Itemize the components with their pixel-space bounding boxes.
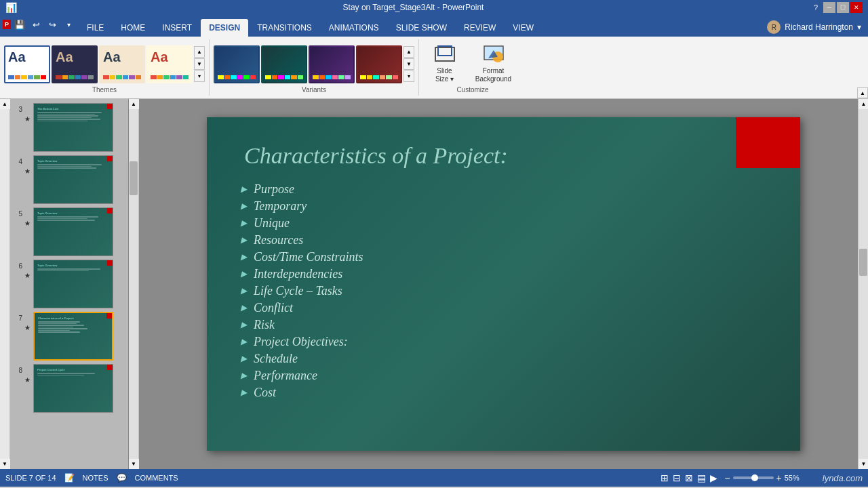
theme-3[interactable]: Aa [99, 45, 145, 83]
slide-item-4[interactable]: 4 ★ Topic Overview [13, 155, 125, 204]
panel-scroll-up[interactable]: ▲ [0, 99, 10, 109]
right-scroll-down[interactable]: ▼ [859, 459, 868, 469]
variant-2[interactable] [261, 45, 307, 83]
help-btn[interactable]: ? [810, 2, 822, 13]
themes-group: Aa Aa [0, 39, 210, 96]
left-panel-scrollbar: ▲ ▼ [0, 99, 10, 469]
title-bar-left: 📊 [5, 2, 17, 13]
tab-animations[interactable]: ANIMATIONS [321, 19, 387, 37]
tab-review[interactable]: REVIEW [456, 19, 504, 37]
bullet-arrow-10: ▶ [241, 337, 247, 347]
slide-thumb-8[interactable]: Project Control Cycle [33, 364, 113, 413]
bullet-arrow-13: ▶ [241, 388, 247, 398]
theme-scroll-down[interactable]: ▼ [194, 58, 205, 70]
bullet-temporary: ▶ Temporary [241, 199, 763, 214]
comments-button[interactable]: COMMENTS [135, 474, 178, 482]
customize-qa-button[interactable]: ▾ [61, 17, 76, 32]
panel-scroll-down[interactable]: ▼ [0, 459, 10, 469]
slide-size-label: SlideSize ▾ [435, 67, 454, 83]
variant-1[interactable] [214, 45, 260, 83]
themes-label: Themes [4, 86, 205, 96]
bullet-conflict: ▶ Conflict [241, 301, 763, 315]
ppt-logo: P [3, 20, 11, 29]
variant-4[interactable] [356, 45, 402, 83]
notes-icon: 📝 [64, 473, 75, 483]
center-scroll-down[interactable]: ▼ [129, 459, 139, 469]
theme-2[interactable]: Aa [52, 45, 98, 83]
zoom-slider[interactable] [733, 476, 774, 479]
slide-num-4: 4 [13, 158, 22, 165]
status-bar: SLIDE 7 OF 14 📝 NOTES 💬 COMMENTS ⊞ ⊟ ⊠ ▤… [0, 469, 868, 487]
customize-group: SlideSize ▾ Format Background Customize [419, 39, 526, 96]
theme-1[interactable]: Aa [4, 45, 50, 83]
variant-more[interactable]: ▾ [403, 70, 414, 82]
bullet-resources: ▶ Resources [241, 233, 763, 247]
tab-slideshow[interactable]: SLIDE SHOW [388, 19, 455, 37]
bullet-arrow-9: ▶ [241, 320, 247, 330]
theme-4[interactable]: Aa [146, 45, 193, 83]
variant-3[interactable] [309, 45, 355, 83]
slide-item-8[interactable]: 8 ★ Project Control Cycle [13, 364, 125, 413]
bullet-arrow-1: ▶ [241, 184, 247, 195]
slide-thumb-4[interactable]: Topic Overview [33, 155, 113, 204]
customize-content: SlideSize ▾ Format Background [426, 42, 519, 86]
status-right: ⊞ ⊟ ⊠ ▤ ▶ − + 55% lynda.com [660, 472, 863, 483]
tab-view[interactable]: VIEW [505, 19, 542, 37]
slide-size-button[interactable]: SlideSize ▾ [426, 42, 463, 86]
slide-num-3: 3 [13, 106, 22, 113]
view-presenter-btn[interactable]: ▶ [710, 472, 717, 483]
theme-more[interactable]: ▾ [194, 70, 205, 82]
user-dropdown-icon: ▾ [857, 22, 861, 32]
undo-button[interactable]: ↩ [28, 17, 43, 32]
format-background-button[interactable]: Format Background [467, 42, 519, 86]
slide-item-7[interactable]: 7 ★ Characteristics of a Project: [13, 312, 125, 361]
view-normal-btn[interactable]: ⊞ [660, 472, 669, 483]
view-sorter-btn[interactable]: ⊠ [685, 472, 693, 483]
tab-home[interactable]: HOME [113, 19, 153, 37]
user-avatar: R [767, 20, 781, 34]
variant-scroll-down[interactable]: ▼ [403, 58, 414, 70]
restore-btn[interactable]: ☐ [837, 2, 849, 13]
bullet-list: ▶ Purpose ▶ Temporary ▶ Unique ▶ Resourc… [207, 179, 800, 407]
bullet-interdependencies: ▶ Interdependencies [241, 267, 763, 281]
slide-num-6: 6 [13, 262, 22, 270]
right-scroll-up[interactable]: ▲ [859, 99, 868, 109]
window-controls: ? ─ ☐ ✕ [810, 2, 863, 13]
zoom-out-button[interactable]: − [724, 472, 730, 483]
slide-item-6[interactable]: 6 ★ Topic Overview [13, 260, 125, 308]
slide-num-8: 8 [13, 367, 22, 374]
slide-star-7: ★ [24, 324, 31, 331]
redo-button[interactable]: ↪ [45, 17, 60, 32]
tab-design[interactable]: DESIGN [201, 19, 248, 37]
collapse-ribbon-button[interactable]: ▲ [857, 87, 868, 98]
view-reading-btn[interactable]: ▤ [697, 472, 706, 483]
user-name: Richard Harrington [785, 22, 853, 32]
view-outline-btn[interactable]: ⊟ [673, 472, 681, 483]
variants-label: Variants [214, 86, 414, 96]
tab-insert[interactable]: INSERT [154, 19, 200, 37]
zoom-level: 55% [785, 474, 805, 482]
window-title: Stay on Target_Stage3Alt - PowerPoint [17, 3, 810, 12]
slide-thumb-3[interactable]: The Bottom Line [33, 103, 113, 152]
notes-button[interactable]: NOTES [83, 474, 108, 482]
bullet-unique: ▶ Unique [241, 216, 763, 230]
save-button[interactable]: 💾 [12, 17, 27, 32]
slide-item-3[interactable]: 3 ★ The Bottom Line [13, 103, 125, 152]
variant-scroll-up[interactable]: ▲ [403, 46, 414, 58]
zoom-in-button[interactable]: + [776, 472, 782, 483]
bullet-performance: ▶ Performance [241, 369, 763, 383]
title-bar: 📊 Stay on Target_Stage3Alt - PowerPoint … [0, 0, 868, 15]
slide-thumb-5[interactable]: Topic Overview [33, 207, 113, 256]
tab-file[interactable]: FILE [79, 19, 112, 37]
slide-thumb-7[interactable]: Characteristics of a Project: [33, 312, 113, 361]
minimize-btn[interactable]: ─ [823, 2, 835, 13]
slide-thumb-6[interactable]: Topic Overview [33, 260, 113, 308]
center-scroll-up[interactable]: ▲ [129, 99, 139, 109]
slide-num-5: 5 [13, 210, 22, 218]
user-account[interactable]: R Richard Harrington ▾ [760, 18, 868, 37]
tab-transitions[interactable]: TRANSITIONS [249, 19, 320, 37]
main-slide[interactable]: Characteristics of a Project: ▶ Purpose … [207, 117, 800, 451]
theme-scroll-up[interactable]: ▲ [194, 46, 205, 58]
close-btn[interactable]: ✕ [850, 2, 863, 13]
slide-item-5[interactable]: 5 ★ Topic Overview [13, 207, 125, 256]
